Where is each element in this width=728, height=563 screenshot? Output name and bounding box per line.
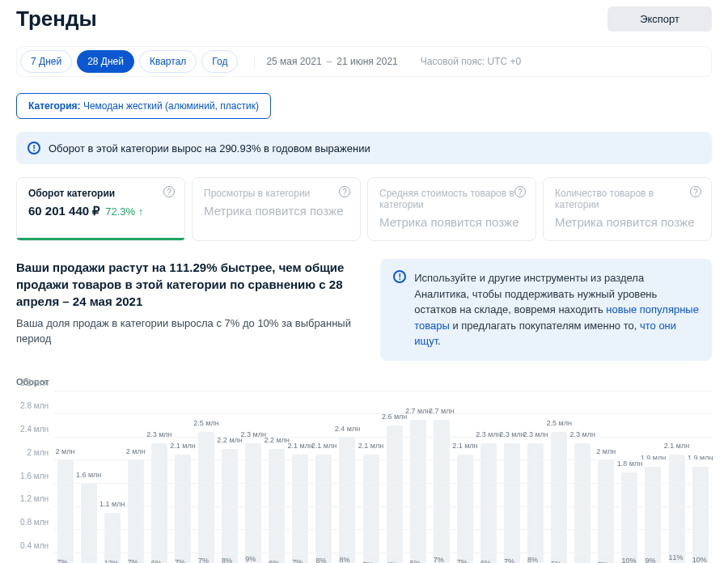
bar-share-label: 9% [245,555,256,563]
range-pill[interactable]: 28 Дней [77,50,134,73]
bar-value-label: 2.5 млн [546,419,571,427]
bar-slot: 1.8 млн10% [618,392,641,564]
summary-headline: Ваши продажи растут на 111.29% быстрее, … [16,259,364,310]
range-pills: 7 Дней28 ДнейКварталГод [20,50,243,73]
bar-all-sellers[interactable]: 2.3 млн8% [527,443,544,563]
bar-all-sellers[interactable]: 1.9 млн9% [645,467,661,563]
bar-share-label: 7% [292,558,303,563]
bar-all-sellers[interactable]: 2.3 млн6% [480,443,497,563]
help-icon[interactable]: ? [690,186,701,197]
growth-banner-text: Оборот в этой категории вырос на 290.93%… [49,142,370,155]
help-icon[interactable]: ? [163,186,175,197]
category-filter-value: Чемодан жесткий (алюминий, пластик) [83,100,259,112]
page-title: Тренды [16,6,97,32]
bar-value-label: 2.1 млн [170,442,195,450]
bar-value-label: 2 млн [56,447,75,455]
metric-card-title: Оборот категории [28,188,173,199]
bar-share-label: 7% [504,557,514,563]
bar-all-sellers[interactable]: 2.5 млн5% [551,432,567,563]
bar-all-sellers[interactable]: 2.1 млн5% [363,455,379,563]
metric-card[interactable]: Просмотры в категорииМетрика появится по… [192,177,361,241]
y-tick: 0.4 млн [20,540,49,549]
bar-slot: 2.4 млн8% [336,392,359,564]
bar-share-label: 7% [198,557,209,563]
bar-share-label: 10% [692,556,707,563]
help-icon[interactable]: ? [514,186,526,197]
bar-all-sellers[interactable]: 2.1 млн7% [175,455,191,563]
export-button[interactable]: Экспорт [607,6,712,32]
bar-slot: 2.1 млн11% [665,392,688,564]
bar-all-sellers[interactable]: 2.1 млн7% [292,455,308,563]
bar-share-label: 8% [315,557,326,563]
range-pill[interactable]: Квартал [139,50,197,73]
bar-slot: 2.2 млн6% [265,392,289,564]
bar-slot: 2.5 млн7% [194,392,218,564]
gridline [53,413,712,414]
tip-box: ! Используйте и другие инструменты из ра… [380,259,712,361]
bar-slot: 2.3 млн8% [524,392,548,564]
bar-all-sellers[interactable]: 2.6 млн4% [387,425,403,563]
bar-all-sellers[interactable]: 2.3 млн4% [574,443,590,563]
bar-all-sellers[interactable]: 2.1 млн11% [669,455,685,563]
bar-all-sellers[interactable]: 2 млн5% [598,460,614,563]
bar-all-sellers[interactable]: 2.3 млн6% [151,443,167,563]
metric-card-value: Метрика появится позже [204,204,349,218]
metric-card-value: Метрика появится позже [555,215,700,229]
bar-all-sellers[interactable]: 2 млн7% [128,460,144,563]
bar-all-sellers[interactable]: 2.1 млн7% [457,455,473,563]
help-icon[interactable]: ? [339,186,350,197]
bar-all-sellers[interactable]: 1.8 млн10% [621,472,637,563]
bar-share-label: 7% [457,558,468,563]
chart-y-axis: 00.4 млн0.8 млн1.2 млн1.6 млн2 млн2.4 мл… [16,392,53,564]
bar-value-label: 2.1 млн [288,442,313,450]
date-from[interactable]: 25 мая 2021 [266,56,321,67]
bar-all-sellers[interactable]: 2.7 млн7% [434,420,450,563]
bar-slot: 2 млн5% [595,392,618,564]
bar-all-sellers[interactable]: 2.5 млн7% [198,432,214,563]
metric-card-value: Метрика появится позже [379,215,524,229]
category-filter-tag[interactable]: Категория: Чемодан жесткий (алюминий, пл… [16,93,271,119]
bar-share-label: 8% [527,556,538,563]
bar-slot: 2.7 млн5% [406,392,430,564]
gridline [53,529,712,530]
bar-slot: 2.2 млн8% [218,392,242,564]
y-tick: 1.2 млн [20,494,49,503]
bar-all-sellers[interactable]: 1.6 млн6% [81,484,97,563]
bar-slot: 2.1 млн5% [359,392,383,564]
range-pill[interactable]: 7 Дней [20,50,72,73]
bar-all-sellers[interactable]: 2.3 млн9% [245,443,261,563]
bar-share-label: 6% [480,559,491,563]
bar-slot: 2.3 млн9% [242,392,265,564]
info-icon: ! [393,270,406,283]
bar-share-label: 12% [104,559,119,563]
gridline [53,552,712,553]
bar-all-sellers[interactable]: 2 млн7% [57,460,74,563]
bar-all-sellers[interactable]: 2.7 млн5% [410,420,426,563]
metric-card[interactable]: Оборот категории60 201 440 ₽72.3% ↑? [16,177,185,241]
bar-share-label: 7% [175,558,185,563]
date-to[interactable]: 21 июня 2021 [336,56,398,67]
y-tick: 2.4 млн [20,425,49,434]
growth-banner: ! Оборот в этой категории вырос на 290.9… [16,132,712,164]
gridline [53,459,712,460]
bar-share-label: 8% [222,557,232,563]
bar-share-label: 6% [269,559,279,563]
bar-all-sellers[interactable]: 1.1 млн12% [104,513,121,563]
y-tick: 0.8 млн [20,518,49,527]
bar-slot: 2.3 млн6% [476,392,500,564]
bar-slot: 2.7 млн7% [430,392,453,564]
bar-all-sellers[interactable]: 2.3 млн7% [504,443,520,563]
chart-area: Оборот 00.4 млн0.8 млн1.2 млн1.6 млн2 мл… [16,377,712,564]
bar-all-sellers[interactable]: 1.9 млн10% [692,467,709,563]
metric-card[interactable]: Средняя стоимость товаров в категорииМет… [367,177,536,241]
range-pill[interactable]: Год [201,50,238,73]
bar-all-sellers[interactable]: 2.4 млн8% [339,438,355,563]
bar-slot: 1.1 млн12% [100,392,124,564]
bar-share-label: 7% [434,556,444,563]
metric-card-title: Просмотры в категории [204,188,349,199]
bar-all-sellers[interactable]: 2.1 млн8% [315,455,332,563]
bar-value-label: 2 млн [596,447,616,455]
gridline [53,506,712,507]
bar-slot: 2.5 млн5% [548,392,571,564]
metric-card[interactable]: Количество товаров в категорииМетрика по… [543,177,712,241]
